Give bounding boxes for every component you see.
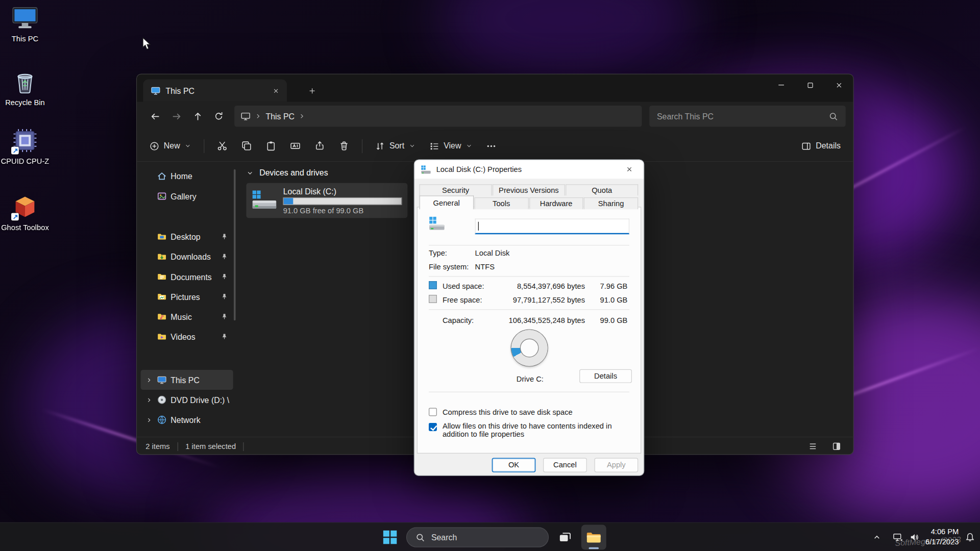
taskbar-clock[interactable]: 4:06 PM 6/17/2023 [925,528,959,547]
notification-bell-icon[interactable] [965,532,975,542]
rename-button[interactable] [284,135,307,157]
sidebar-item-pictures[interactable]: Pictures [141,287,233,307]
desktop-icon-cpu-z[interactable]: CPUID CPU-Z [0,126,50,166]
view-button[interactable]: View [423,135,479,157]
drive-item-local-disk-c[interactable]: Local Disk (C:) 91.0 GB free of 99.0 GB [246,183,407,218]
tab-sharing[interactable]: Sharing [584,197,638,209]
tab-hardware[interactable]: Hardware [529,197,583,209]
dialog-close-button[interactable] [615,160,644,179]
drive-usage-bar [283,197,402,205]
sidebar-item-desktop[interactable]: Desktop [141,227,233,246]
sidebar-item-label: Network [170,415,200,424]
sort-button-label: Sort [389,141,404,151]
cube-icon [11,192,39,221]
sidebar-item-dvd-drive[interactable]: DVD Drive (D:) \ [141,390,233,410]
chevron-down-icon [246,169,254,177]
new-button-label: New [164,141,180,151]
desktop-icon-ghost-toolbox[interactable]: Ghost Toolbox [0,192,50,232]
sort-icon [375,141,385,151]
taskbar-search-box[interactable]: Search [406,527,549,547]
cancel-button[interactable]: Cancel [543,458,587,472]
drive-label-input[interactable] [475,219,629,235]
hidden-icons-chev[interactable] [872,533,881,541]
forward-button[interactable] [165,106,187,127]
type-label: Type: [429,248,447,257]
downloads-folder-icon [157,252,167,262]
desktop-icon-this-pc[interactable]: This PC [0,4,50,43]
taskbar-center-group: Search [378,525,606,550]
ok-button[interactable]: OK [492,458,536,472]
tab-security[interactable]: Security [420,184,492,195]
new-tab-button[interactable] [303,82,321,99]
details-button[interactable]: Details [579,369,632,383]
new-button[interactable]: New [143,135,198,157]
sidebar-scrollbar[interactable] [234,169,236,320]
plus-icon [150,141,160,151]
tab-strip: This PC [137,74,853,102]
index-checkbox-label[interactable]: Allow files on this drive to have conten… [443,422,630,439]
address-bar[interactable]: This PC [234,106,642,127]
breadcrumb-root[interactable]: This PC [265,112,295,121]
chevron-right-icon[interactable] [144,396,153,403]
tab-close-button[interactable] [268,83,283,98]
index-checkbox[interactable] [429,423,437,431]
task-view-button[interactable] [552,525,577,550]
details-pane-button[interactable]: Details [795,135,847,157]
share-button[interactable] [308,135,331,157]
this-pc-breadcrumb-icon [240,111,251,121]
volume-icon[interactable] [909,532,919,542]
desktop-icon-recycle-bin[interactable]: Recycle Bin [0,67,50,107]
tab-general[interactable]: General [420,195,474,209]
delete-button[interactable] [332,135,355,157]
command-bar: New Sort View Det [137,131,853,162]
chevron-down-icon [465,142,472,149]
copy-button[interactable] [235,135,258,157]
up-button[interactable] [187,106,208,127]
sidebar-item-home[interactable]: Home [141,166,233,186]
navigation-bar: This PC Search This PC [137,102,853,131]
shortcut-arrow-icon [11,147,19,155]
sidebar-item-music[interactable]: Music [141,307,233,327]
breadcrumb-chevron-icon [254,112,262,120]
search-input[interactable]: Search This PC [649,106,845,127]
large-icons-view-toggle[interactable] [828,439,844,453]
chevron-right-icon[interactable] [144,416,153,423]
maximize-button[interactable] [796,74,824,96]
dialog-title-bar: Local Disk (C:) Properties [414,160,644,179]
details-pane-label: Details [816,141,841,151]
tab-previous-versions[interactable]: Previous Versions [493,184,565,195]
details-view-toggle[interactable] [804,439,821,453]
properties-dialog: Local Disk (C:) Properties Security Prev… [414,159,645,476]
file-explorer-taskbar-button[interactable] [581,525,606,550]
explorer-tab-this-pc[interactable]: This PC [143,80,287,102]
sidebar-item-gallery[interactable]: Gallery [141,186,233,206]
compress-checkbox-label[interactable]: Compress this drive to save disk space [443,409,573,417]
start-button[interactable] [378,525,403,550]
sort-button[interactable]: Sort [369,135,422,157]
details-pane-icon [801,141,812,151]
tab-quota[interactable]: Quota [566,184,638,195]
sidebar-item-documents[interactable]: Documents [141,267,233,287]
cut-button[interactable] [211,135,234,157]
sidebar-item-label: Pictures [170,292,200,301]
drive-icon [429,216,445,231]
refresh-button[interactable] [208,106,230,127]
minimize-button[interactable] [767,74,795,96]
sidebar-item-label: Videos [170,332,195,341]
sidebar-item-videos[interactable]: Videos [141,327,233,346]
more-options-button[interactable] [480,135,502,157]
gallery-icon [157,191,167,202]
chevron-right-icon[interactable] [144,377,153,383]
sidebar-item-this-pc[interactable]: This PC [141,370,233,390]
sidebar-item-network[interactable]: Network [141,410,233,430]
apply-button[interactable]: Apply [594,458,638,472]
sidebar-item-downloads[interactable]: Downloads [141,247,233,267]
network-icon[interactable] [892,533,903,542]
paste-button[interactable] [259,135,282,157]
close-button[interactable] [824,74,853,96]
back-button[interactable] [144,106,166,127]
selection-count: 1 item selected [185,442,236,450]
compress-checkbox[interactable] [429,408,437,416]
file-system-value: NTFS [475,262,495,271]
tab-tools[interactable]: Tools [474,197,528,209]
